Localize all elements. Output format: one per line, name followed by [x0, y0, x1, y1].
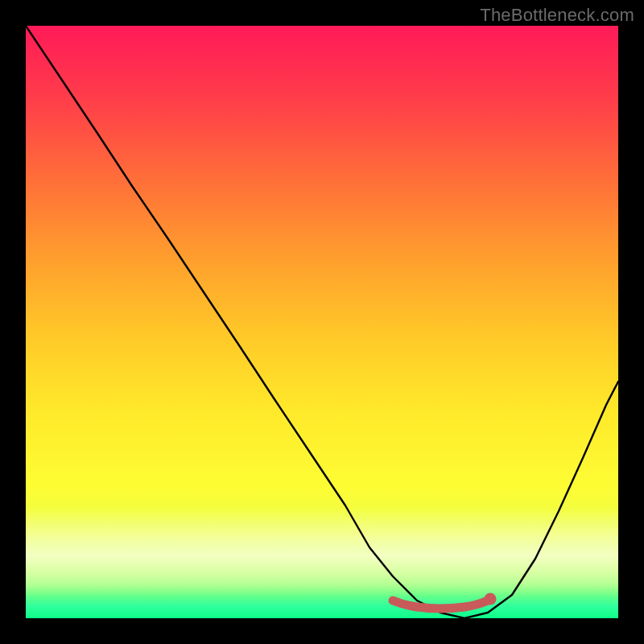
curve-layer — [26, 26, 618, 618]
chart-frame: TheBottleneck.com — [0, 0, 644, 644]
highlight-band — [26, 507, 618, 596]
attribution-text: TheBottleneck.com — [480, 5, 634, 26]
optimal-end-dot — [485, 593, 497, 605]
plot-area — [26, 26, 618, 618]
optimal-segment — [393, 601, 488, 609]
bottleneck-curve — [26, 26, 618, 618]
